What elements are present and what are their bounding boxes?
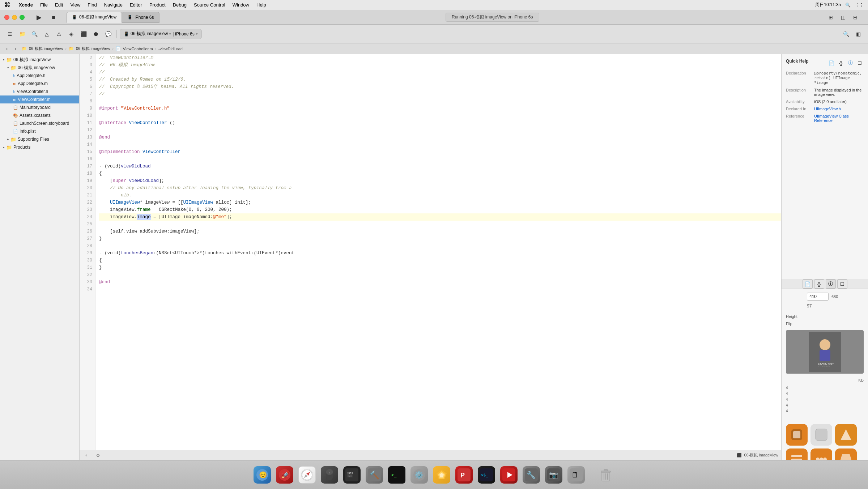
sidebar-item-viewcontroller-m[interactable]: m ViewController.m xyxy=(0,95,79,103)
menubar-navigate[interactable]: Navigate xyxy=(104,2,123,8)
breadcrumb-method[interactable]: -viewDidLoad xyxy=(158,47,183,51)
inspector-quick-btn[interactable]: {} xyxy=(814,279,824,289)
icon-cell-3[interactable] xyxy=(835,424,857,446)
image-preview: STAND ANY GROUND xyxy=(786,330,864,374)
sidebar-item-products[interactable]: 📁 Products xyxy=(0,143,79,151)
qh-declared-value[interactable]: UIImageView.h xyxy=(814,107,841,111)
sidebar-item-launchscreen[interactable]: 📋 LaunchScreen.storyboard xyxy=(0,119,79,127)
ln-2: 2 xyxy=(80,54,95,61)
menubar-window[interactable]: Window xyxy=(233,2,249,8)
layout-btn-1[interactable]: ⊞ xyxy=(825,12,836,22)
menubar-view[interactable]: View xyxy=(70,2,80,8)
sidebar-item-infoplist[interactable]: 📄 Info.plist xyxy=(0,127,79,135)
dock-media[interactable] xyxy=(499,465,519,485)
dock-safari[interactable] xyxy=(297,465,317,485)
nav-back[interactable]: ‹ xyxy=(3,45,11,53)
sidebar-item-assets[interactable]: 🎨 Assets.xcassets xyxy=(0,111,79,119)
sidebar-subfolder-label: 06-模拟 imageView xyxy=(18,65,55,71)
qh-declared-row: Declared In UIImageView.h xyxy=(786,107,864,111)
tab-device[interactable]: 📱 iPhone 6s xyxy=(122,12,159,23)
maximize-button[interactable] xyxy=(20,15,25,20)
menubar-edit[interactable]: Edit xyxy=(55,2,63,8)
breadcrumb-group[interactable]: 06-模拟 imageView xyxy=(76,46,110,51)
code-lines[interactable]: // ViewController.m // 06-模拟 imageView /… xyxy=(95,54,781,450)
inspector-file-btn[interactable]: 📄 xyxy=(803,279,813,289)
inspector-toggle[interactable]: 🔍 xyxy=(841,29,851,39)
height-row: 97 xyxy=(786,303,864,309)
menubar-xcode[interactable]: Xcode xyxy=(19,2,33,8)
nav-btn-log[interactable]: 💬 xyxy=(103,29,114,39)
menubar-editor[interactable]: Editor xyxy=(130,2,142,8)
dock-dvd[interactable]: 🎬 xyxy=(342,465,362,485)
nav-btn-breakpoint[interactable]: ⬢ xyxy=(90,29,101,39)
dock-item-15[interactable]: 🗒 xyxy=(566,465,586,485)
breadcrumb-project[interactable]: 06-模拟 imageView xyxy=(29,46,63,51)
nav-btn-search[interactable]: 🔍 xyxy=(29,29,40,39)
sidebar-item-supporting[interactable]: 📁 Supporting Files xyxy=(0,135,79,143)
sidebar-item-appdelegate-h[interactable]: h AppDelegate.h xyxy=(0,72,79,80)
stop-button[interactable]: ■ xyxy=(48,12,59,22)
sidebar-item-root[interactable]: 📁 06-模拟 imageView xyxy=(0,56,79,64)
apple-menu[interactable]: ⌘ xyxy=(4,1,10,8)
menubar-source-control[interactable]: Source Control xyxy=(194,2,225,8)
nav-btn-debug[interactable]: ⬛ xyxy=(78,29,89,39)
icon-cell-5[interactable] xyxy=(810,448,832,460)
scheme-selector[interactable]: 📱 06-模拟 imageView ▾ | iPhone 6s ▾ xyxy=(120,29,202,39)
layout-btn-3[interactable]: ⊟ xyxy=(850,12,861,22)
qh-bookmark-btn[interactable]: ☐ xyxy=(856,59,864,67)
sidebar-toggle[interactable]: ☰ xyxy=(4,29,15,39)
dock-finder[interactable]: 😊 xyxy=(252,465,272,485)
add-file-btn[interactable]: + xyxy=(82,452,90,459)
filter-btn[interactable]: ⊙ xyxy=(94,452,102,459)
qh-file-btn[interactable]: 📄 xyxy=(827,59,835,67)
dock-launchpad[interactable]: 🚀 xyxy=(275,465,295,485)
breadcrumb-file[interactable]: ViewController.m xyxy=(123,47,153,51)
sidebar-item-viewcontroller-h[interactable]: h ViewController.h xyxy=(0,88,79,95)
menubar-help[interactable]: Help xyxy=(256,2,266,8)
width-input[interactable] xyxy=(807,293,829,301)
dock-terminal[interactable]: >_ xyxy=(387,465,407,485)
icon-cell-4[interactable] xyxy=(786,448,808,460)
nav-btn-test[interactable]: ◈ xyxy=(66,29,77,39)
inspector-attr-btn[interactable]: ☐ xyxy=(837,279,847,289)
icon-cell-2[interactable] xyxy=(810,424,832,446)
dock-sketch[interactable] xyxy=(431,465,452,485)
dock-tools[interactable]: 🔨 xyxy=(364,465,384,485)
close-button[interactable] xyxy=(4,15,9,20)
tab-imageview[interactable]: 📱 06-模拟 imageView xyxy=(67,12,122,23)
nav-btn-issue[interactable]: ⚠ xyxy=(54,29,64,39)
icon-cell-1[interactable] xyxy=(786,424,808,446)
run-button[interactable]: ▶ xyxy=(33,12,45,22)
icon-grid xyxy=(786,424,864,460)
menubar-file[interactable]: File xyxy=(40,2,48,8)
dock-item-13[interactable]: 🔧 xyxy=(521,465,541,485)
sidebar-item-subfolder[interactable]: 📁 06-模拟 imageView xyxy=(0,64,79,72)
sidebar-item-main-storyboard[interactable]: 📋 Main.storyboard xyxy=(0,103,79,111)
inspector-identity-btn[interactable]: ⓘ xyxy=(826,279,836,289)
menubar-find[interactable]: Find xyxy=(88,2,97,8)
layout-btn-2[interactable]: ◫ xyxy=(838,12,848,22)
dock-mouse[interactable] xyxy=(319,465,340,485)
dock-paste[interactable]: P xyxy=(454,465,474,485)
qh-reference-value[interactable]: UIImageView Class Reference xyxy=(814,114,864,123)
menubar-grid[interactable]: ⋮⋮ xyxy=(855,3,864,8)
sidebar-item-appdelegate-m[interactable]: m AppDelegate.m xyxy=(0,80,79,88)
nav-btn-scm[interactable]: △ xyxy=(41,29,52,39)
dock-iterm[interactable]: >$_ xyxy=(476,465,497,485)
qh-code-btn[interactable]: {} xyxy=(837,59,845,67)
qh-info-btn[interactable]: ⓘ xyxy=(846,59,854,67)
nav-btn-folder[interactable]: 📁 xyxy=(17,29,27,39)
code-container[interactable]: 2 3 4 5 6 7 8 9 10 11 12 13 14 15 16 17 xyxy=(80,54,781,450)
icon-cell-6[interactable] xyxy=(835,448,857,460)
code-line-3: // 06-模拟 imageView xyxy=(99,61,781,69)
menubar-search[interactable]: 🔍 xyxy=(845,3,851,8)
minimize-button[interactable] xyxy=(12,15,17,20)
menubar-debug[interactable]: Debug xyxy=(173,2,187,8)
sep-2: › xyxy=(112,47,113,51)
nav-forward[interactable]: › xyxy=(12,45,20,53)
dock-trash[interactable] xyxy=(596,465,616,485)
assistant-toggle[interactable]: ◧ xyxy=(853,29,864,39)
menubar-product[interactable]: Product xyxy=(149,2,166,8)
dock-sysprefs[interactable]: ⚙️ xyxy=(409,465,429,485)
dock-item-14[interactable]: 📷 xyxy=(544,465,564,485)
